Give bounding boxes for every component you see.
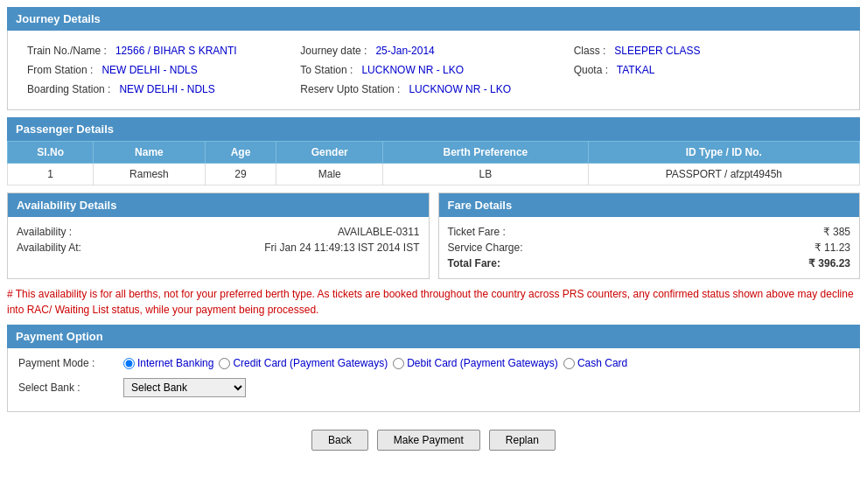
credit-card-option[interactable]: Credit Card (Payment Gateways) bbox=[219, 357, 388, 369]
journey-details-header: Journey Details bbox=[7, 7, 860, 31]
train-no-value: 12566 / BIHAR S KRANTI bbox=[115, 45, 237, 57]
cell-berth: LB bbox=[383, 164, 589, 186]
to-cell: To Station : LUCKNOW NR - LKO bbox=[297, 62, 570, 78]
fare-header: Fare Details bbox=[439, 193, 860, 217]
cash-card-label: Cash Card bbox=[577, 357, 627, 369]
total-fare-label: Total Fare: bbox=[448, 257, 500, 270]
to-label: To Station : bbox=[300, 64, 353, 76]
service-charge-value: ₹ 11.23 bbox=[815, 242, 850, 254]
passenger-details-header: Passenger Details bbox=[7, 117, 860, 141]
button-row: Back Make Payment Replan bbox=[0, 430, 867, 451]
payment-body: Payment Mode : Internet Banking Credit C… bbox=[7, 348, 860, 412]
passenger-table: Sl.No Name Age Gender Berth Preference I… bbox=[7, 141, 860, 186]
journey-date-value: 25-Jan-2014 bbox=[375, 45, 434, 57]
payment-header: Payment Option bbox=[7, 325, 860, 348]
journey-date-label: Journey date : bbox=[300, 45, 367, 57]
col-name: Name bbox=[94, 142, 205, 164]
credit-card-label: Credit Card (Payment Gateways) bbox=[233, 357, 388, 369]
payment-mode-row: Payment Mode : Internet Banking Credit C… bbox=[18, 357, 849, 369]
service-charge-label: Service Charge: bbox=[448, 242, 523, 254]
col-gender: Gender bbox=[276, 142, 383, 164]
avail-label: Availability : bbox=[17, 226, 122, 238]
availability-box: Availability Details Availability : AVAI… bbox=[7, 192, 430, 279]
reserv-cell: Reserv Upto Station : LUCKNOW NR - LKO bbox=[297, 81, 570, 97]
class-value: SLEEPER CLASS bbox=[614, 45, 700, 57]
col-slno: Sl.No bbox=[8, 142, 94, 164]
avail-at-value: Fri Jan 24 11:49:13 IST 2014 IST bbox=[264, 242, 419, 254]
make-payment-button[interactable]: Make Payment bbox=[377, 430, 480, 451]
reserv-value: LUCKNOW NR - LKO bbox=[409, 83, 511, 95]
class-cell: Class : SLEEPER CLASS bbox=[570, 43, 843, 59]
quota-value: TATKAL bbox=[617, 64, 655, 76]
table-row: 1 Ramesh 29 Male LB PASSPORT / afzpt4945… bbox=[8, 164, 860, 186]
select-bank-row: Select Bank : Select BankSBIHDFCICICIAxi… bbox=[18, 378, 849, 397]
boarding-cell: Boarding Station : NEW DELHI - NDLS bbox=[24, 81, 297, 97]
from-value: NEW DELHI - NDLS bbox=[101, 64, 197, 76]
total-fare-row: Total Fare: ₹ 396.23 bbox=[448, 256, 851, 271]
internet-banking-radio[interactable] bbox=[123, 358, 135, 369]
payment-mode-label: Payment Mode : bbox=[18, 357, 123, 369]
warning-text: # This availability is for all berths, n… bbox=[7, 286, 860, 318]
ticket-fare-value: ₹ 385 bbox=[823, 226, 850, 238]
empty-cell bbox=[570, 81, 843, 97]
bank-select[interactable]: Select BankSBIHDFCICICIAxis BankPNB bbox=[123, 378, 246, 397]
avail-status-row: Availability : AVAILABLE-0311 bbox=[17, 224, 420, 240]
fare-box: Fare Details Ticket Fare : ₹ 385 Service… bbox=[438, 192, 861, 279]
quota-cell: Quota : TATKAL bbox=[570, 62, 843, 78]
service-charge-row: Service Charge: ₹ 11.23 bbox=[448, 240, 851, 256]
from-label: From Station : bbox=[27, 64, 93, 76]
debit-card-radio[interactable] bbox=[393, 358, 404, 369]
cash-card-option[interactable]: Cash Card bbox=[563, 357, 627, 369]
cell-age: 29 bbox=[205, 164, 276, 186]
col-idtype: ID Type / ID No. bbox=[588, 142, 859, 164]
avail-value: AVAILABLE-0311 bbox=[338, 226, 420, 238]
debit-card-option[interactable]: Debit Card (Payment Gateways) bbox=[393, 357, 558, 369]
replan-button[interactable]: Replan bbox=[489, 430, 556, 451]
payment-options-group: Internet Banking Credit Card (Payment Ga… bbox=[123, 357, 627, 369]
class-label: Class : bbox=[574, 45, 606, 57]
avail-at-row: Availability At: Fri Jan 24 11:49:13 IST… bbox=[17, 240, 420, 256]
cell-name: Ramesh bbox=[94, 164, 205, 186]
passenger-table-head: Sl.No Name Age Gender Berth Preference I… bbox=[8, 142, 860, 164]
availability-header: Availability Details bbox=[8, 193, 429, 217]
journey-date-cell: Journey date : 25-Jan-2014 bbox=[297, 43, 570, 59]
total-fare-value: ₹ 396.23 bbox=[808, 257, 850, 270]
payment-section: Payment Option Payment Mode : Internet B… bbox=[7, 325, 860, 412]
fare-content: Ticket Fare : ₹ 385 Service Charge: ₹ 11… bbox=[439, 217, 860, 278]
col-age: Age bbox=[205, 142, 276, 164]
credit-card-radio[interactable] bbox=[219, 358, 230, 369]
reserv-label: Reserv Upto Station : bbox=[300, 83, 400, 95]
availability-content: Availability : AVAILABLE-0311 Availabili… bbox=[8, 217, 429, 262]
ticket-fare-label: Ticket Fare : bbox=[448, 226, 506, 238]
internet-banking-option[interactable]: Internet Banking bbox=[123, 357, 213, 369]
cell-slno: 1 bbox=[8, 164, 94, 186]
train-no-label-cell: Train No./Name : 12566 / BIHAR S KRANTI bbox=[24, 43, 297, 59]
passenger-table-body: 1 Ramesh 29 Male LB PASSPORT / afzpt4945… bbox=[8, 164, 860, 186]
passenger-table-header-row: Sl.No Name Age Gender Berth Preference I… bbox=[8, 142, 860, 164]
cell-gender: Male bbox=[276, 164, 383, 186]
boarding-value: NEW DELHI - NDLS bbox=[119, 83, 214, 95]
quota-label: Quota : bbox=[574, 64, 608, 76]
avail-fare-row: Availability Details Availability : AVAI… bbox=[7, 192, 860, 279]
select-bank-label: Select Bank : bbox=[18, 382, 123, 394]
debit-card-label: Debit Card (Payment Gateways) bbox=[407, 357, 558, 369]
journey-grid: Train No./Name : 12566 / BIHAR S KRANTI … bbox=[17, 38, 850, 102]
train-no-label: Train No./Name : bbox=[27, 45, 107, 57]
avail-at-label: Availability At: bbox=[17, 242, 122, 254]
col-berth: Berth Preference bbox=[383, 142, 589, 164]
cash-card-radio[interactable] bbox=[563, 358, 575, 369]
cell-id: PASSPORT / afzpt4945h bbox=[588, 164, 859, 186]
from-cell: From Station : NEW DELHI - NDLS bbox=[24, 62, 297, 78]
to-value: LUCKNOW NR - LKO bbox=[361, 64, 464, 76]
boarding-label: Boarding Station : bbox=[27, 83, 110, 95]
ticket-fare-row: Ticket Fare : ₹ 385 bbox=[448, 224, 851, 240]
journey-details-section: Journey Details Train No./Name : 12566 /… bbox=[7, 7, 860, 110]
passenger-details-section: Passenger Details Sl.No Name Age Gender … bbox=[7, 117, 860, 186]
internet-banking-label: Internet Banking bbox=[137, 357, 213, 369]
back-button[interactable]: Back bbox=[311, 430, 368, 451]
